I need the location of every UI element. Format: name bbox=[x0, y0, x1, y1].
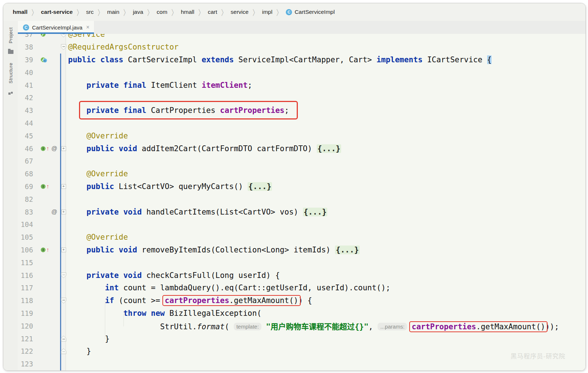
breadcrumb-item-hmall[interactable]: hmall bbox=[13, 9, 27, 15]
fold-start-icon[interactable] bbox=[61, 298, 66, 303]
line-number[interactable]: 40 bbox=[18, 68, 36, 76]
spring-bean-icon[interactable] bbox=[41, 34, 46, 37]
overrides-method-icon[interactable]: ↑ bbox=[46, 183, 49, 189]
line-number[interactable]: 38 bbox=[18, 43, 36, 51]
line-number[interactable]: 39 bbox=[18, 56, 36, 64]
fold-start-icon[interactable] bbox=[61, 44, 66, 50]
line-number[interactable]: 120 bbox=[18, 322, 36, 330]
tab-close-icon[interactable]: × bbox=[86, 24, 89, 30]
code-line[interactable]: if (count >= cartProperties.getMaxAmount… bbox=[68, 296, 585, 305]
line-number[interactable]: 68 bbox=[18, 170, 36, 178]
breadcrumb-separator: 〉 bbox=[77, 7, 82, 17]
breadcrumb-item-main[interactable]: main bbox=[107, 9, 119, 15]
line-number[interactable]: 67 bbox=[18, 157, 36, 165]
gutter-icons bbox=[36, 91, 56, 104]
breadcrumb-item-cartserviceimpl[interactable]: CCartServiceImpl bbox=[286, 9, 335, 15]
code-line[interactable]: public List<CartVO> queryMyCarts() {...} bbox=[68, 182, 585, 191]
code-line[interactable]: throw new BizIllegalException( bbox=[68, 309, 585, 318]
line-number[interactable]: 121 bbox=[18, 335, 36, 343]
line-number[interactable]: 117 bbox=[18, 284, 36, 292]
line-number[interactable]: 43 bbox=[18, 106, 36, 114]
line-number[interactable]: 118 bbox=[18, 297, 36, 305]
code-line[interactable]: private final CartProperties cartPropert… bbox=[68, 106, 585, 115]
line-number[interactable]: 69 bbox=[18, 182, 36, 191]
line-number[interactable]: 42 bbox=[18, 94, 36, 102]
line-number[interactable]: 106 bbox=[18, 246, 36, 254]
fold-column bbox=[56, 66, 68, 79]
fold-column bbox=[56, 41, 68, 54]
folded-region[interactable]: {...} bbox=[303, 208, 327, 216]
fold-column bbox=[56, 231, 68, 244]
folded-region[interactable]: {...} bbox=[248, 182, 272, 191]
code-row-42: 42 bbox=[18, 91, 585, 104]
fold-start-icon[interactable] bbox=[61, 272, 66, 278]
structure-icon[interactable] bbox=[8, 90, 13, 95]
code-line[interactable]: private void checkCartsFull(Long userId)… bbox=[68, 271, 585, 280]
spring-bean-class-icon[interactable]: c bbox=[41, 57, 46, 62]
line-number[interactable]: 37 bbox=[18, 34, 36, 38]
code-line[interactable]: public void addItem2Cart(CartFormDTO car… bbox=[68, 144, 585, 153]
code-line[interactable]: @Override bbox=[68, 169, 585, 178]
code-token: private void bbox=[87, 271, 142, 280]
fold-expand-icon[interactable]: + bbox=[61, 184, 66, 189]
line-number[interactable]: 41 bbox=[18, 81, 36, 89]
line-number[interactable]: 116 bbox=[18, 271, 36, 279]
line-number[interactable]: 46 bbox=[18, 145, 36, 153]
line-number[interactable]: 123 bbox=[18, 360, 36, 368]
code-editor[interactable]: 37@Service38@RequiredArgsConstructor39cp… bbox=[18, 34, 585, 370]
breadcrumb-item-com[interactable]: com bbox=[157, 9, 167, 15]
fold-end-icon[interactable] bbox=[61, 336, 66, 342]
code-line[interactable]: StrUtil.format( template: "用户购物车课程不能超过{}… bbox=[68, 321, 585, 331]
line-number[interactable]: 122 bbox=[18, 347, 36, 355]
folded-region[interactable]: {...} bbox=[317, 144, 341, 153]
overrides-method-icon[interactable]: ↑ bbox=[46, 247, 49, 253]
fold-expand-icon[interactable]: + bbox=[61, 209, 66, 214]
code-token: ) { bbox=[298, 296, 312, 305]
code-line[interactable]: } bbox=[68, 334, 585, 343]
line-number[interactable]: 83 bbox=[18, 208, 36, 216]
fold-start-icon[interactable] bbox=[61, 34, 66, 37]
line-number[interactable]: 115 bbox=[18, 259, 36, 267]
line-number[interactable]: 45 bbox=[18, 132, 36, 140]
tool-window-tab-project[interactable]: Project bbox=[8, 27, 13, 43]
tool-window-tab-structure[interactable]: Structure bbox=[8, 63, 13, 83]
code-line[interactable]: private final ItemClient itemClient; bbox=[68, 81, 585, 90]
code-line[interactable]: @Override bbox=[68, 233, 585, 242]
project-folder-icon[interactable] bbox=[8, 50, 13, 54]
overrides-method-icon[interactable]: ↑ bbox=[46, 145, 49, 152]
code-line[interactable]: public void removeByItemIds(Collection<L… bbox=[68, 246, 585, 254]
code-line[interactable]: private void handleCartItems(List<CartVO… bbox=[68, 208, 585, 216]
tab-cartserviceimpl[interactable]: C CartServiceImpl.java × bbox=[18, 21, 94, 34]
code-token: ItemClient bbox=[146, 81, 202, 90]
code-line[interactable]: int count = lambdaQuery().eq(Cart::getUs… bbox=[68, 283, 585, 292]
code-line[interactable]: @RequiredArgsConstructor bbox=[68, 43, 585, 51]
breadcrumb-item-cart-service[interactable]: cart-service bbox=[41, 9, 73, 15]
code-line[interactable]: @Service bbox=[68, 34, 585, 39]
implementing-method-icon[interactable]: I bbox=[41, 184, 46, 189]
code-line[interactable]: } bbox=[68, 347, 585, 356]
line-number[interactable]: 105 bbox=[18, 233, 36, 241]
line-number[interactable]: 44 bbox=[18, 119, 36, 127]
implementing-method-icon[interactable]: I bbox=[41, 247, 46, 252]
code-token bbox=[68, 296, 105, 305]
fold-end-icon[interactable] bbox=[61, 348, 66, 354]
code-token: @Service bbox=[68, 34, 105, 39]
breadcrumb-item-src[interactable]: src bbox=[86, 9, 94, 15]
code-row-46: 46I↑@+ public void addItem2Cart(CartForm… bbox=[18, 142, 585, 155]
breadcrumb-item-impl[interactable]: impl bbox=[262, 9, 272, 15]
breadcrumb-item-cart[interactable]: cart bbox=[208, 9, 217, 15]
code-line[interactable]: @Override bbox=[68, 131, 585, 140]
code-token: public class bbox=[68, 55, 123, 64]
implementing-method-icon[interactable]: I bbox=[41, 146, 46, 151]
line-number[interactable]: 82 bbox=[18, 195, 36, 203]
folded-region[interactable]: {...} bbox=[335, 246, 359, 254]
gutter-icons bbox=[36, 41, 56, 54]
line-number[interactable]: 119 bbox=[18, 309, 36, 317]
fold-expand-icon[interactable]: + bbox=[61, 247, 66, 252]
breadcrumb-item-service[interactable]: service bbox=[231, 9, 249, 15]
fold-expand-icon[interactable]: + bbox=[61, 146, 66, 151]
line-number[interactable]: 104 bbox=[18, 220, 36, 228]
code-line[interactable]: public class CartServiceImpl extends Ser… bbox=[68, 55, 585, 64]
breadcrumb-item-java[interactable]: java bbox=[133, 9, 143, 15]
breadcrumb-item-hmall[interactable]: hmall bbox=[181, 9, 194, 15]
